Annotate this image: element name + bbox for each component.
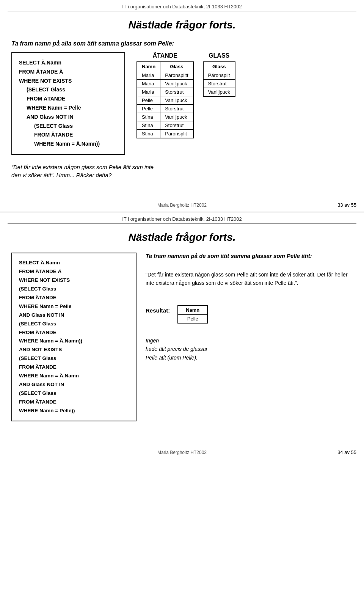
code-line-1: SELECT Ä.Namn	[19, 58, 118, 68]
page1-bottom-text: “Det får inte existera någon glass som P…	[8, 164, 356, 178]
page1-subtitle: Ta fram namn på alla som ätit samma glas…	[8, 40, 356, 47]
page2-page-number: 34 av 55	[337, 449, 356, 455]
code2-line-14: WHERE Namn = Ä.Namn	[19, 372, 129, 380]
atande-table-group: ÄTANDE Namn Glass MariaPäronsplitt Maria…	[136, 52, 194, 138]
code2-line-18: WHERE Namn = Pelle))	[19, 407, 129, 415]
code-box-1: SELECT Ä.Namn FROM ÄTANDE Ä WHERE NOT EX…	[11, 52, 125, 155]
code2-line-10: WHERE Namn = Ä.Namn))	[19, 337, 129, 346]
page: IT i organisationer och Databasteknik, 2…	[0, 0, 364, 459]
glass-table-group: GLASS Glass Päronsplit Storstrut Vaniljp…	[203, 52, 235, 97]
code-line-10: WHERE Namn = Ä.Namn))	[19, 140, 118, 149]
table-row: PelleStorstrut	[137, 105, 193, 113]
page1-content: SELECT Ä.Namn FROM ÄTANDE Ä WHERE NOT EX…	[8, 52, 356, 155]
table-row: Päronsplit	[203, 71, 235, 80]
page1-header: IT i organisationer och Databasteknik, 2…	[8, 4, 356, 11]
code-line-7: AND Glass NOT IN	[19, 113, 118, 122]
table-row: PelleVaniljpuck	[137, 96, 193, 105]
table-row: StinaVaniljpuck	[137, 113, 193, 121]
code2-line-13: FROM ÄTANDE	[19, 363, 129, 372]
atande-title: ÄTANDE	[153, 52, 177, 59]
code2-line-17: FROM ÄTANDE	[19, 398, 129, 407]
result-label: Resultat:	[146, 307, 170, 314]
code2-line-3: WHERE NOT EXISTS	[19, 276, 129, 285]
code-line-5: FROM ÄTANDE	[19, 94, 118, 104]
code2-line-1: SELECT Ä.Namn	[19, 259, 129, 267]
glass-title: GLASS	[209, 52, 229, 59]
page-2: IT i organisationer och Databasteknik, 2…	[0, 212, 364, 459]
code2-line-4: (SELECT Glass	[19, 285, 129, 294]
page1-title: Nästlade frågor forts.	[8, 19, 356, 31]
bottom-text-1: “Det får inte existera någon glass som P…	[11, 164, 353, 170]
code-box-2: SELECT Ä.Namn FROM ÄTANDE Ä WHERE NOT EX…	[11, 253, 136, 421]
glass-col-glass: Glass	[203, 62, 235, 71]
code-line-9: FROM ÄTANDE	[19, 130, 118, 140]
code-line-6: WHERE Namn = Pelle	[19, 104, 118, 113]
table-row: Storstrut	[203, 80, 235, 88]
code2-line-6: WHERE Namn = Pelle	[19, 302, 129, 311]
code2-line-11: AND NOT EXISTS	[19, 346, 129, 354]
page2-title: Nästlade frågor forts.	[8, 231, 356, 243]
page1-page-number: 33 av 55	[337, 202, 356, 208]
code-line-4: (SELECT Glass	[19, 85, 118, 94]
code2-line-15: AND Glass NOT IN	[19, 380, 129, 389]
atande-table: Namn Glass MariaPäronsplitt MariaVaniljp…	[136, 61, 194, 138]
page2-italic: Ta fram namnen på de som ätit samma glas…	[146, 253, 353, 259]
bottom-text-2: den vi söker ätit”. Hmm... Räcker detta?	[11, 172, 353, 178]
code-line-3: WHERE NOT EXISTS	[19, 77, 118, 86]
table-row: StinaStorstrut	[137, 121, 193, 130]
page2-footer-center: Maria Bergholtz HT2002	[157, 450, 207, 455]
page1-footer-center: Maria Bergholtz HT2002	[157, 203, 207, 208]
tables-area: ÄTANDE Namn Glass MariaPäronsplitt Maria…	[136, 52, 235, 138]
table-row: StinaPäronsplit	[137, 130, 193, 138]
page2-explanation: "Det får inte existera någon glass som P…	[146, 270, 353, 287]
result-col-namn: Namn	[178, 305, 207, 315]
page2-header: IT i organisationer och Databasteknik, 2…	[8, 216, 356, 224]
atande-col-glass: Glass	[160, 62, 193, 71]
table-row: Vaniljpuck	[203, 88, 235, 97]
code-line-2: FROM ÄTANDE Ä	[19, 68, 118, 77]
code2-line-8: (SELECT Glass	[19, 320, 129, 328]
glass-table: Glass Päronsplit Storstrut Vaniljpuck	[203, 61, 235, 97]
code2-line-12: (SELECT Glass	[19, 354, 129, 363]
page-1: IT i organisationer och Databasteknik, 2…	[0, 0, 364, 212]
result-table: Namn Pelle	[177, 305, 208, 324]
table-row: MariaPäronsplitt	[137, 71, 193, 80]
result-table-row: Pelle	[178, 314, 207, 323]
code2-line-9: FROM ÄTANDE	[19, 328, 129, 337]
code2-line-5: FROM ÄTANDE	[19, 294, 129, 302]
code2-line-16: (SELECT Glass	[19, 389, 129, 398]
table-row: MariaVaniljpuck	[137, 80, 193, 88]
atande-col-namn: Namn	[137, 62, 160, 71]
code2-line-7: AND Glass NOT IN	[19, 311, 129, 320]
table-row: MariaStorstrut	[137, 88, 193, 96]
result-row: Resultat: Namn Pelle	[146, 305, 353, 324]
right-panel: Ta fram namnen på de som ätit samma glas…	[146, 253, 353, 362]
code-line-8: (SELECT Glass	[19, 122, 118, 131]
page2-content: SELECT Ä.Namn FROM ÄTANDE Ä WHERE NOT EX…	[8, 253, 356, 421]
ingen-text: Ingen hade ätit precis de glassar Pelle …	[146, 336, 353, 362]
code2-line-2: FROM ÄTANDE Ä	[19, 267, 129, 276]
